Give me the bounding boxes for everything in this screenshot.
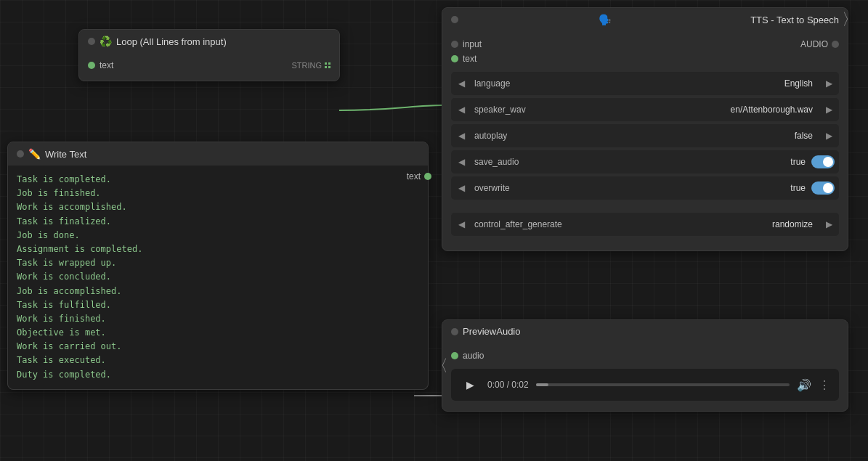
tts-audio-port <box>832 41 839 48</box>
param-autoplay-name: autoplay <box>471 131 795 141</box>
param-speaker-wav-right-arrow[interactable]: ▶ <box>819 98 839 121</box>
param-save-audio-value: true <box>790 157 811 167</box>
write-node: ✏️ Write Text text Task is completed. Jo… <box>7 142 429 390</box>
param-control-after-generate[interactable]: ◀ control_after_generate randomize ▶ <box>451 213 839 236</box>
param-save-audio-name: save_audio <box>471 157 790 167</box>
loop-node: ♻️ Loop (All Lines from input) text STRI… <box>78 29 340 81</box>
write-text-output: Task is completed. Job is finished. Work… <box>8 166 428 389</box>
param-overwrite-value: true <box>790 183 811 193</box>
param-language-value: English <box>784 78 819 89</box>
preview-audio-port <box>451 352 458 359</box>
write-text-port-label: text <box>407 171 421 181</box>
preview-left-bracket: 〈 <box>432 355 448 377</box>
tts-node: 🗣️ TTS - Text to Speech 〉 input AUDIO te… <box>442 7 848 251</box>
param-language[interactable]: ◀ language English ▶ <box>451 72 839 95</box>
preview-node: 〈 PreviewAudio audio ▶ 0:00 / 0:02 🔊 ⋮ <box>442 319 848 412</box>
param-speaker-wav-left-arrow[interactable]: ◀ <box>451 98 471 121</box>
param-autoplay[interactable]: ◀ autoplay false ▶ <box>451 124 839 147</box>
tts-node-status <box>451 16 458 23</box>
loop-icon: ♻️ <box>100 36 112 47</box>
param-autoplay-value: false <box>795 131 819 141</box>
tts-icon: 🗣️ <box>599 14 611 25</box>
write-node-title: Write Text <box>45 149 86 160</box>
write-icon: ✏️ <box>28 148 41 160</box>
audio-time: 0:00 / 0:02 <box>487 380 529 390</box>
param-control-after-right-arrow[interactable]: ▶ <box>819 213 839 236</box>
param-control-after-left-arrow[interactable]: ◀ <box>451 213 471 236</box>
param-save-audio-left-arrow[interactable]: ◀ <box>451 150 471 174</box>
param-control-after-name: control_after_generate <box>471 219 772 229</box>
param-overwrite-left-arrow[interactable]: ◀ <box>451 176 471 200</box>
param-speaker-wav-value: en/Attenborough.wav <box>731 105 819 115</box>
param-autoplay-left-arrow[interactable]: ◀ <box>451 124 471 147</box>
tts-input-label: input <box>463 39 482 49</box>
param-speaker-wav[interactable]: ◀ speaker_wav en/Attenborough.wav ▶ <box>451 98 839 121</box>
loop-node-status <box>88 38 95 45</box>
audio-player[interactable]: ▶ 0:00 / 0:02 🔊 ⋮ <box>451 369 839 401</box>
loop-node-title: Loop (All Lines from input) <box>116 36 227 47</box>
param-autoplay-right-arrow[interactable]: ▶ <box>819 124 839 147</box>
audio-progress-bar[interactable] <box>536 383 790 386</box>
param-save-audio[interactable]: ◀ save_audio true <box>451 150 839 174</box>
loop-text-port-label: text <box>100 60 113 70</box>
write-node-status <box>17 150 24 158</box>
preview-node-title: PreviewAudio <box>463 326 521 337</box>
write-text-port-dot <box>424 173 431 180</box>
play-button[interactable]: ▶ <box>460 375 480 395</box>
tts-input-port <box>451 41 458 48</box>
tts-node-title: TTS - Text to Speech <box>750 15 839 25</box>
loop-port-type: STRING <box>291 61 330 70</box>
loop-text-port-dot <box>88 62 95 69</box>
audio-progress-fill <box>536 383 548 386</box>
param-language-left-arrow[interactable]: ◀ <box>451 72 471 95</box>
param-control-after-value: randomize <box>772 219 819 229</box>
param-save-audio-toggle[interactable] <box>811 155 835 168</box>
preview-audio-label: audio <box>463 351 484 361</box>
tts-text-port <box>451 55 458 62</box>
preview-node-status <box>451 328 458 335</box>
tts-right-bracket: 〉 <box>842 9 858 30</box>
volume-icon[interactable]: 🔊 <box>797 378 811 392</box>
param-overwrite-toggle[interactable] <box>811 181 835 195</box>
param-speaker-wav-name: speaker_wav <box>471 105 731 115</box>
param-overwrite-name: overwrite <box>471 183 790 193</box>
param-language-name: language <box>471 78 784 89</box>
param-overwrite[interactable]: ◀ overwrite true <box>451 176 839 200</box>
param-language-right-arrow[interactable]: ▶ <box>819 72 839 95</box>
tts-text-label: text <box>463 54 476 64</box>
tts-audio-label: AUDIO <box>800 39 828 49</box>
audio-menu-icon[interactable]: ⋮ <box>819 378 830 392</box>
